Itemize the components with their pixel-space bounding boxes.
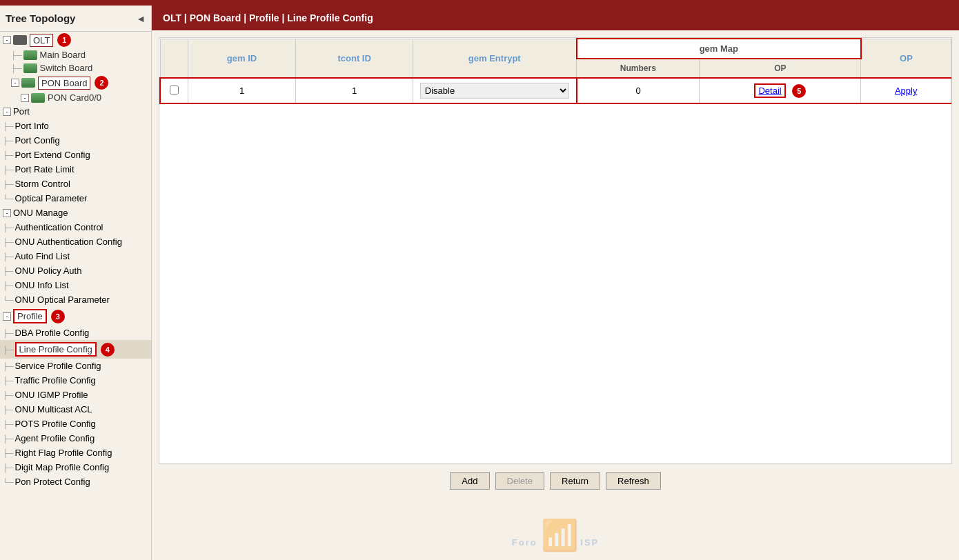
th-op-sub: OP — [700, 59, 861, 78]
sidebar-item-pon-protect[interactable]: └─ Pon Protect Config — [0, 474, 151, 489]
sidebar-item-olt[interactable]: - OLT 1 — [0, 32, 151, 48]
line-profile-badge: 4 — [101, 343, 115, 357]
sidebar-item-port-info[interactable]: ├─ Port Info — [0, 119, 151, 133]
sidebar-item-traffic-profile[interactable]: ├─ Traffic Profile Config — [0, 373, 151, 388]
pon-card-toggle[interactable]: - — [21, 94, 29, 102]
connector-onu-auth: ├─ — [3, 238, 14, 246]
connector-multicast: ├─ — [3, 406, 14, 414]
sidebar-item-optical-param[interactable]: └─ Optical Parameter — [0, 191, 151, 206]
sidebar-item-pon-card[interactable]: - PON Card0/0 — [0, 91, 151, 104]
detail-badge: 5 — [792, 84, 806, 98]
table-row: 1 1 Disable Enable 0 — [160, 78, 951, 103]
th-gem-map: gem Map — [577, 39, 861, 59]
sidebar-item-port-extend[interactable]: ├─ Port Extend Config — [0, 148, 151, 162]
sidebar-item-pots-profile[interactable]: ├─ POTS Profile Config — [0, 417, 151, 431]
row-tcont-id: 1 — [296, 78, 413, 103]
connector-auth: ├─ — [3, 223, 14, 232]
auto-find-label: Auto Find List — [15, 251, 70, 261]
sidebar-item-main-board[interactable]: ├─ Main Board — [0, 48, 151, 61]
connector-igmp: ├─ — [3, 391, 14, 399]
encrypt-select[interactable]: Disable Enable — [420, 83, 569, 99]
main-content: OLT | PON Board | Profile | Line Profile… — [152, 6, 959, 560]
button-row: Add Delete Return Refresh — [159, 472, 952, 490]
pon-card-label: PON Card0/0 — [48, 92, 101, 103]
optical-param-label: Optical Parameter — [15, 193, 88, 203]
pon-board-toggle[interactable]: - — [11, 79, 19, 87]
pon-protect-label: Pon Protect Config — [15, 477, 90, 487]
sidebar-item-agent-profile[interactable]: ├─ Agent Profile Config — [0, 431, 151, 446]
delete-button[interactable]: Delete — [495, 472, 545, 490]
right-flag-label: Right Flag Profile Config — [15, 448, 112, 458]
connector-pots: ├─ — [3, 420, 14, 428]
connector-right-flag: ├─ — [3, 449, 14, 457]
sidebar-item-storm-control[interactable]: ├─ Storm Control — [0, 177, 151, 191]
agent-profile-label: Agent Profile Config — [15, 433, 95, 443]
sidebar-section-port[interactable]: - Port — [0, 104, 151, 119]
row-numbers: 0 — [577, 78, 700, 103]
switch-board-label: Switch Board — [40, 63, 93, 73]
connector-service: ├─ — [3, 362, 14, 370]
data-table: gem ID tcont ID gem Entrypt gem Map OP N… — [159, 38, 951, 104]
isp-text: 📶ISP — [537, 537, 600, 548]
sidebar-section-onu[interactable]: - ONU Manage — [0, 206, 151, 220]
row-detail-cell: Detail 5 — [700, 78, 861, 103]
connector-port-extend: ├─ — [3, 151, 14, 159]
breadcrumb: OLT | PON Board | Profile | Line Profile… — [152, 6, 959, 30]
sidebar-item-onu-igmp[interactable]: ├─ ONU IGMP Profile — [0, 388, 151, 402]
add-button[interactable]: Add — [450, 472, 489, 490]
auth-control-label: Authentication Control — [15, 222, 103, 232]
connector-onu-policy: ├─ — [3, 267, 14, 275]
return-button[interactable]: Return — [550, 472, 600, 490]
port-section-label: Port — [13, 106, 30, 117]
sidebar-item-service-profile[interactable]: ├─ Service Profile Config — [0, 359, 151, 373]
refresh-button[interactable]: Refresh — [606, 472, 661, 490]
sidebar-item-dba-profile[interactable]: ├─ DBA Profile Config — [0, 326, 151, 340]
olt-toggle[interactable]: - — [3, 36, 11, 44]
sidebar: Tree Topology ◄ - OLT 1 ├─ Main Board ├─ — [0, 6, 152, 560]
sidebar-item-digit-map[interactable]: ├─ Digit Map Profile Config — [0, 460, 151, 474]
sidebar-item-onu-optical[interactable]: └─ ONU Optical Parameter — [0, 292, 151, 307]
sidebar-section-profile[interactable]: - Profile 3 — [0, 307, 151, 326]
connector-optical: └─ — [3, 194, 14, 203]
onu-toggle[interactable]: - — [3, 209, 11, 217]
service-profile-label: Service Profile Config — [15, 361, 101, 371]
port-extend-label: Port Extend Config — [15, 150, 90, 160]
sidebar-item-onu-info[interactable]: ├─ ONU Info List — [0, 278, 151, 292]
sidebar-arrow-icon[interactable]: ◄ — [136, 13, 146, 24]
sidebar-item-onu-auth-config[interactable]: ├─ ONU Authentication Config — [0, 234, 151, 249]
profile-toggle[interactable]: - — [3, 312, 11, 321]
connector-2: ├─ — [11, 64, 22, 72]
sidebar-item-right-flag[interactable]: ├─ Right Flag Profile Config — [0, 446, 151, 460]
sidebar-item-onu-policy[interactable]: ├─ ONU Policy Auth — [0, 263, 151, 278]
connector-agent: ├─ — [3, 434, 14, 443]
sidebar-item-switch-board[interactable]: ├─ Switch Board — [0, 61, 151, 74]
profile-badge: 3 — [51, 310, 65, 323]
apply-link[interactable]: Apply — [895, 86, 918, 96]
sidebar-item-multicast-acl[interactable]: ├─ ONU Multicast ACL — [0, 402, 151, 417]
row-gem-id: 1 — [188, 78, 296, 103]
connector-auto-find: ├─ — [3, 252, 14, 261]
sidebar-item-pon-board[interactable]: - PON Board 2 — [0, 74, 151, 91]
th-tcont-id: tcont ID — [296, 39, 413, 78]
connector-port-config: ├─ — [3, 137, 14, 145]
detail-link[interactable]: Detail — [754, 83, 785, 98]
profile-section-label: Profile — [13, 309, 47, 323]
olt-badge: 1 — [57, 33, 71, 47]
digit-map-label: Digit Map Profile Config — [15, 462, 110, 472]
connector-digit-map: ├─ — [3, 463, 14, 472]
connector-onu-optical: └─ — [3, 296, 14, 304]
port-toggle[interactable]: - — [3, 108, 11, 116]
sidebar-item-port-config[interactable]: ├─ Port Config — [0, 133, 151, 148]
sidebar-item-port-rate[interactable]: ├─ Port Rate Limit — [0, 162, 151, 177]
onu-igmp-label: ONU IGMP Profile — [15, 390, 88, 400]
sidebar-item-line-profile[interactable]: ├─ Line Profile Config 4 — [0, 340, 151, 359]
sidebar-item-auth-control[interactable]: ├─ Authentication Control — [0, 220, 151, 234]
main-board-label: Main Board — [40, 50, 86, 60]
sidebar-item-auto-find[interactable]: ├─ Auto Find List — [0, 249, 151, 263]
pon-board-icon — [21, 78, 35, 88]
connector-port-rate: ├─ — [3, 166, 14, 174]
row-checkbox[interactable] — [170, 86, 179, 94]
main-board-icon — [23, 50, 37, 60]
connector-1: ├─ — [11, 51, 22, 59]
switch-board-icon — [23, 63, 37, 73]
